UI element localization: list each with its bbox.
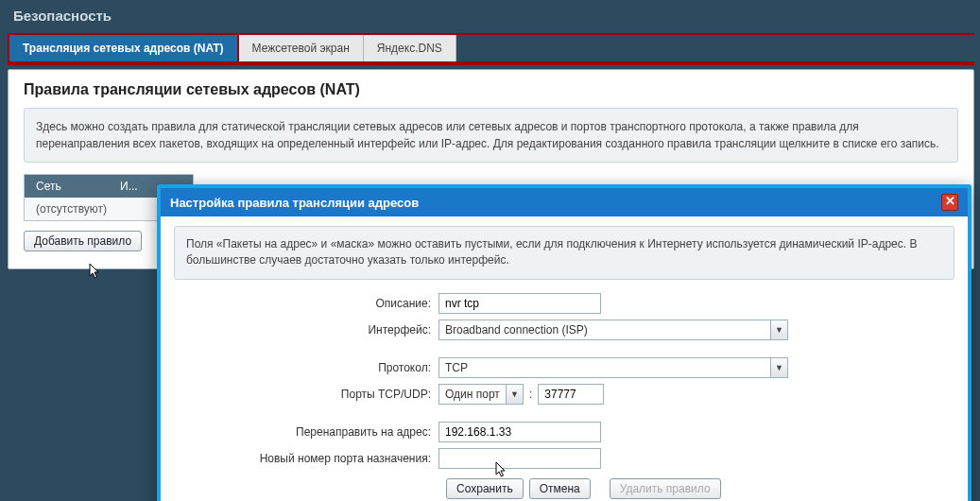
redirect-input[interactable] <box>438 422 601 442</box>
section-info: Здесь можно создать правила для статичес… <box>24 108 958 163</box>
ports-value-input[interactable] <box>538 384 604 405</box>
ports-mode-select[interactable]: Один порт ▼ <box>438 384 524 405</box>
cancel-button[interactable]: Отмена <box>529 478 591 499</box>
ports-separator: : <box>524 388 538 401</box>
nat-rule-dialog: Настройка правила трансляции адресов ✕ П… <box>157 184 971 501</box>
interface-label: Интерфейс: <box>174 323 438 337</box>
tab-firewall[interactable]: Межсетевой экран <box>239 35 364 61</box>
add-rule-button[interactable]: Добавить правило <box>24 231 142 251</box>
chevron-down-icon[interactable]: ▼ <box>770 358 787 377</box>
tabs-bar: Трансляция сетевых адресов (NAT) Межсете… <box>8 33 974 63</box>
ports-mode-value: Один порт <box>439 385 506 404</box>
dialog-info: Поля «Пакеты на адрес» и «маска» можно о… <box>174 226 954 280</box>
tab-yandex-dns[interactable]: Яндекс.DNS <box>364 35 456 61</box>
redirect-label: Перенаправить на адрес: <box>174 425 438 439</box>
protocol-select[interactable]: TCP ▼ <box>438 357 788 378</box>
chevron-down-icon[interactable]: ▼ <box>770 320 787 339</box>
newport-input[interactable] <box>438 448 601 469</box>
tabs-underline <box>8 63 974 65</box>
chevron-down-icon[interactable]: ▼ <box>506 385 523 404</box>
page-title: Безопасность <box>0 0 980 33</box>
dialog-title: Настройка правила трансляции адресов <box>170 196 419 210</box>
tab-nat[interactable]: Трансляция сетевых адресов (NAT) <box>8 33 239 63</box>
dialog-titlebar[interactable]: Настройка правила трансляции адресов ✕ <box>161 188 968 216</box>
delete-rule-button[interactable]: Удалить правило <box>610 478 721 499</box>
interface-select[interactable]: Broadband connection (ISP) ▼ <box>438 320 788 340</box>
save-button[interactable]: Сохранить <box>446 478 524 499</box>
close-icon[interactable]: ✕ <box>941 194 958 211</box>
protocol-value: TCP <box>439 358 770 377</box>
ports-label: Порты TCP/UDP: <box>174 388 438 401</box>
protocol-label: Протокол: <box>174 361 438 374</box>
newport-label: Новый номер порта назначения: <box>174 452 438 465</box>
description-input[interactable] <box>438 293 601 314</box>
interface-value: Broadband connection (ISP) <box>439 320 770 339</box>
section-heading: Правила трансляции сетевых адресов (NAT) <box>24 81 958 98</box>
description-label: Описание: <box>174 297 438 310</box>
table-header-net: Сеть <box>25 175 109 198</box>
